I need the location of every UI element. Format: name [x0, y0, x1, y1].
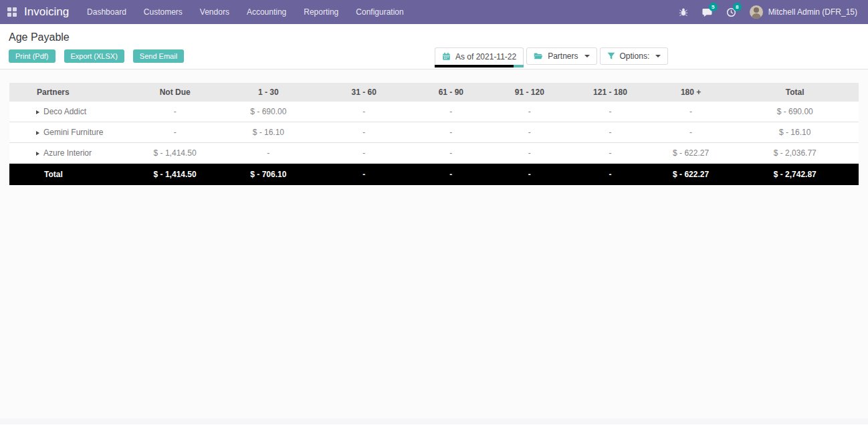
- user-menu[interactable]: Mitchell Admin (DFR_15): [746, 0, 861, 24]
- cell-1-30: $ - 16.10: [221, 122, 315, 143]
- page-title: Age Payable: [9, 31, 868, 43]
- apps-menu-button[interactable]: [0, 0, 24, 24]
- cell-total: $ - 2,036.77: [731, 143, 859, 164]
- total-row: Total $ - 1,414.50 $ - 706.10 - - - - $ …: [9, 164, 859, 186]
- nav-item-accounting[interactable]: Accounting: [238, 0, 295, 24]
- column-header-91-120: 91 - 120: [490, 83, 570, 102]
- calendar-icon: [442, 52, 451, 61]
- cell-91-120: -: [490, 122, 570, 143]
- total-31-60: -: [315, 164, 413, 186]
- user-avatar: [750, 5, 763, 19]
- partner-name: Deco Addict: [43, 107, 86, 116]
- export-xlsx-button[interactable]: Export (XLSX): [64, 49, 124, 63]
- print-pdf-button[interactable]: Print (Pdf): [9, 49, 56, 63]
- cell-1-30: $ - 690.00: [221, 102, 315, 122]
- cell-180plus: $ - 622.27: [651, 143, 732, 164]
- cell-91-120: -: [490, 102, 570, 122]
- date-filter-label: As of 2021-11-22: [455, 52, 516, 61]
- cell-91-120: -: [490, 143, 570, 164]
- nav-item-configuration[interactable]: Configuration: [347, 0, 412, 24]
- filter-funnel-icon: [607, 52, 615, 60]
- options-filter-label: Options:: [620, 51, 650, 61]
- app-name[interactable]: Invoicing: [24, 5, 69, 19]
- cell-not-due: -: [128, 122, 222, 143]
- expand-caret-icon[interactable]: [36, 110, 39, 114]
- column-header-total: Total: [731, 83, 859, 102]
- cell-121-180: -: [570, 102, 651, 122]
- partner-row[interactable]: Gemini Furniture - $ - 16.10 - - - - - $…: [9, 122, 859, 143]
- total-not-due: $ - 1,414.50: [128, 164, 222, 186]
- aged-payable-table: Partners Not Due 1 - 30 31 - 60 61 - 90 …: [9, 83, 859, 185]
- expand-caret-icon[interactable]: [36, 131, 39, 135]
- bug-icon: [679, 7, 688, 17]
- cell-total: $ - 690.00: [731, 102, 859, 122]
- total-label: Total: [9, 164, 128, 186]
- total-total: $ - 2,742.87: [731, 164, 859, 186]
- partner-row[interactable]: Deco Addict - $ - 690.00 - - - - - $ - 6…: [9, 102, 859, 122]
- debug-mode-button[interactable]: [673, 0, 693, 24]
- column-header-180plus: 180 +: [651, 83, 732, 102]
- date-filter-underline: [435, 65, 524, 67]
- cell-61-90: -: [413, 122, 489, 143]
- cell-31-60: -: [315, 143, 413, 164]
- footer-strip: [0, 418, 868, 424]
- total-91-120: -: [490, 164, 570, 186]
- total-1-30: $ - 706.10: [221, 164, 315, 186]
- column-header-not-due: Not Due: [128, 83, 222, 102]
- cell-180plus: -: [651, 102, 732, 122]
- table-header-row: Partners Not Due 1 - 30 31 - 60 61 - 90 …: [9, 83, 859, 102]
- column-header-121-180: 121 - 180: [570, 83, 651, 102]
- chevron-down-icon: [655, 55, 661, 57]
- cell-180plus: -: [651, 122, 732, 143]
- total-121-180: -: [570, 164, 651, 186]
- report-filters: As of 2021-11-22 Partners Options:: [435, 47, 668, 67]
- user-name: Mitchell Admin (DFR_15): [768, 7, 857, 17]
- nav-item-vendors[interactable]: Vendors: [191, 0, 238, 24]
- activities-badge: 8: [733, 3, 742, 11]
- navbar-right: 5 8 Mitchell Admin (DFR_15): [673, 0, 861, 24]
- main-menu: Dashboard Customers Vendors Accounting R…: [78, 0, 413, 24]
- nav-item-customers[interactable]: Customers: [135, 0, 191, 24]
- cell-1-30: -: [221, 143, 315, 164]
- folder-icon: [534, 52, 543, 60]
- send-email-button[interactable]: Send Email: [133, 49, 184, 63]
- cell-not-due: $ - 1,414.50: [128, 143, 222, 164]
- report-content: Partners Not Due 1 - 30 31 - 60 61 - 90 …: [0, 69, 868, 424]
- column-header-61-90: 61 - 90: [413, 83, 489, 102]
- cell-31-60: -: [315, 122, 413, 143]
- nav-item-reporting[interactable]: Reporting: [295, 0, 347, 24]
- column-header-1-30: 1 - 30: [221, 83, 315, 102]
- partners-filter-dropdown[interactable]: Partners: [526, 47, 596, 65]
- nav-item-dashboard[interactable]: Dashboard: [78, 0, 135, 24]
- cell-61-90: -: [413, 102, 489, 122]
- partners-filter-label: Partners: [548, 51, 578, 61]
- messages-button[interactable]: 5: [697, 0, 718, 24]
- top-navbar: Invoicing Dashboard Customers Vendors Ac…: [0, 0, 868, 24]
- control-panel: Age Payable Print (Pdf) Export (XLSX) Se…: [0, 24, 868, 69]
- chevron-down-icon: [584, 55, 590, 57]
- cell-121-180: -: [570, 143, 651, 164]
- cell-total: $ - 16.10: [731, 122, 859, 143]
- expand-caret-icon[interactable]: [36, 152, 39, 156]
- messages-badge: 5: [709, 3, 718, 11]
- column-header-partners: Partners: [9, 83, 128, 102]
- total-180plus: $ - 622.27: [651, 164, 732, 186]
- date-filter[interactable]: As of 2021-11-22: [435, 47, 524, 67]
- total-61-90: -: [413, 164, 489, 186]
- cell-31-60: -: [315, 102, 413, 122]
- options-filter-dropdown[interactable]: Options:: [600, 47, 669, 65]
- cell-61-90: -: [413, 143, 489, 164]
- partner-row[interactable]: Azure Interior $ - 1,414.50 - - - - - $ …: [9, 143, 859, 164]
- apps-grid-icon: [7, 7, 17, 17]
- partner-name: Gemini Furniture: [43, 128, 103, 137]
- column-header-31-60: 31 - 60: [315, 83, 413, 102]
- activities-button[interactable]: 8: [722, 0, 742, 24]
- partner-name: Azure Interior: [43, 148, 92, 158]
- cell-not-due: -: [128, 102, 222, 122]
- cell-121-180: -: [570, 122, 651, 143]
